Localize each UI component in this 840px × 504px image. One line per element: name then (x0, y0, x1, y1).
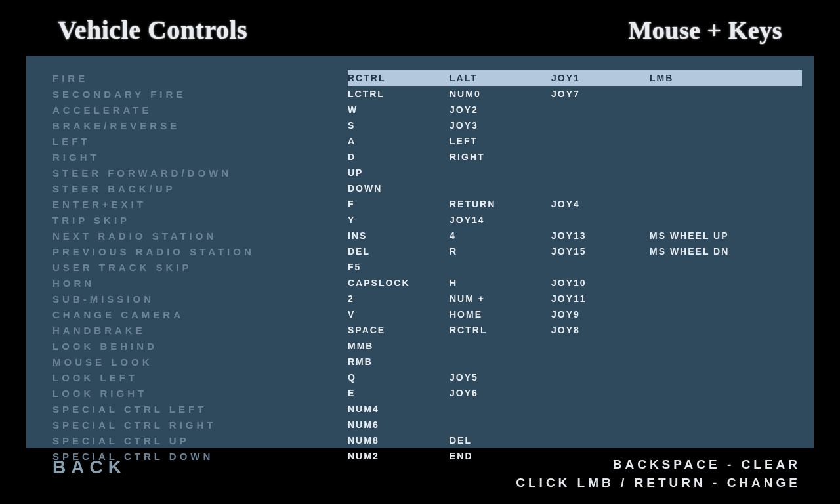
binding-slot[interactable]: RETURN (450, 199, 551, 209)
hint-change: CLICK LMB / RETURN - CHANGE (516, 474, 801, 492)
binding-row[interactable]: RIGHTDRIGHT (52, 149, 802, 165)
binding-slot[interactable]: S (348, 120, 450, 131)
binding-label: SUB-MISSION (52, 293, 348, 304)
binding-label: PREVIOUS RADIO STATION (52, 246, 348, 257)
binding-slot[interactable]: JOY11 (551, 293, 650, 304)
binding-slot[interactable]: NUM8 (348, 435, 450, 446)
binding-slot[interactable]: JOY8 (551, 325, 650, 335)
binding-slot[interactable]: F (348, 199, 450, 209)
binding-slot[interactable]: RCTRL (348, 73, 450, 83)
binding-label: SPECIAL CTRL RIGHT (52, 419, 348, 430)
binding-row[interactable]: HORNCAPSLOCKHJOY10 (52, 275, 802, 291)
binding-slot[interactable]: D (348, 152, 450, 162)
binding-slot[interactable]: R (450, 246, 551, 257)
binding-row[interactable]: STEER FORWARD/DOWNUP (52, 165, 802, 180)
binding-slot[interactable]: Y (348, 215, 450, 225)
binding-slot[interactable]: LMB (650, 73, 802, 83)
binding-row[interactable]: ACCELERATEWJOY2 (52, 102, 802, 117)
binding-slot[interactable]: INS (348, 230, 450, 241)
binding-row[interactable]: HANDBRAKESPACERCTRLJOY8 (52, 322, 802, 338)
binding-slot[interactable]: Q (348, 372, 450, 383)
binding-slot[interactable]: JOY5 (450, 372, 551, 383)
binding-slot[interactable]: DEL (450, 435, 551, 446)
binding-slot[interactable]: JOY14 (450, 215, 551, 225)
binding-label: SPECIAL CTRL LEFT (52, 404, 348, 415)
binding-row[interactable]: ENTER+EXITFRETURNJOY4 (52, 196, 802, 212)
binding-slot[interactable]: DOWN (348, 183, 450, 194)
binding-row[interactable]: CHANGE CAMERAVHOMEJOY9 (52, 306, 802, 322)
binding-slot[interactable]: A (348, 136, 450, 146)
binding-label: HORN (52, 278, 348, 289)
binding-row[interactable]: TRIP SKIPYJOY14 (52, 212, 802, 228)
binding-label: LOOK LEFT (52, 372, 348, 383)
binding-slot[interactable]: RCTRL (450, 325, 551, 335)
binding-slot[interactable]: JOY10 (551, 278, 650, 288)
binding-slot[interactable]: JOY9 (551, 309, 650, 320)
back-button[interactable]: BACK (52, 457, 127, 478)
binding-label: FIRE (52, 73, 88, 84)
binding-slot[interactable]: MS WHEEL DN (650, 246, 802, 257)
binding-row[interactable]: LOOK LEFTQJOY5 (52, 369, 802, 385)
binding-slot[interactable]: CAPSLOCK (348, 278, 450, 288)
binding-row[interactable]: SPECIAL CTRL LEFTNUM4 (52, 401, 802, 417)
binding-slot[interactable]: NUM4 (348, 404, 450, 414)
binding-row[interactable]: LOOK BEHINDMMB (52, 338, 802, 354)
binding-slot[interactable]: NUM + (450, 293, 551, 304)
footer: BACK BACKSPACE - CLEAR CLICK LMB / RETUR… (26, 452, 814, 494)
binding-row[interactable]: USER TRACK SKIPF5 (52, 259, 802, 275)
binding-row[interactable]: PREVIOUS RADIO STATIONDELRJOY15MS WHEEL … (52, 243, 802, 259)
binding-slot[interactable]: JOY1 (551, 73, 650, 83)
binding-row[interactable]: STEER BACK/UPDOWN (52, 180, 802, 196)
binding-slot[interactable]: H (450, 278, 551, 288)
binding-label: ENTER+EXIT (52, 199, 348, 210)
binding-row[interactable]: MOUSE LOOKRMB (52, 354, 802, 369)
binding-label: LEFT (52, 136, 348, 147)
binding-slot[interactable]: SPACE (348, 325, 450, 335)
binding-slot[interactable]: RMB (348, 356, 450, 367)
binding-slot[interactable]: NUM0 (450, 89, 551, 99)
binding-slot[interactable]: RIGHT (450, 152, 551, 162)
binding-label: LOOK RIGHT (52, 388, 348, 399)
binding-label: MOUSE LOOK (52, 356, 348, 368)
binding-label: USER TRACK SKIP (52, 262, 348, 273)
binding-row[interactable]: LOOK RIGHTEJOY6 (52, 385, 802, 401)
footer-hints: BACKSPACE - CLEAR CLICK LMB / RETURN - C… (516, 455, 801, 492)
binding-slot[interactable]: LCTRL (348, 89, 450, 99)
binding-slot[interactable]: F5 (348, 262, 450, 272)
binding-slot[interactable]: E (348, 388, 450, 398)
binding-row[interactable]: NEXT RADIO STATIONINS4JOY13MS WHEEL UP (52, 228, 802, 243)
binding-slot[interactable]: LALT (450, 73, 551, 83)
page-title: Vehicle Controls (58, 14, 247, 45)
binding-slot[interactable]: LEFT (450, 136, 551, 146)
binding-label: RIGHT (52, 152, 348, 163)
binding-row[interactable]: LEFTALEFT (52, 133, 802, 149)
binding-slot[interactable]: JOY7 (551, 89, 650, 99)
binding-label: NEXT RADIO STATION (52, 230, 348, 242)
binding-slot[interactable]: JOY2 (450, 104, 551, 115)
binding-row[interactable]: SUB-MISSION2NUM +JOY11 (52, 291, 802, 306)
binding-slot[interactable]: JOY13 (551, 230, 650, 241)
binding-slot[interactable]: 4 (450, 230, 551, 241)
binding-row[interactable]: SPECIAL CTRL UPNUM8DEL (52, 432, 802, 448)
hint-clear: BACKSPACE - CLEAR (516, 455, 801, 474)
title-bar: Vehicle Controls Mouse + Keys (0, 12, 840, 48)
binding-label: BRAKE/REVERSE (52, 120, 348, 131)
bindings-panel: FIRERCTRLLALTJOY1LMBSECONDARY FIRELCTRLN… (26, 56, 814, 448)
binding-row[interactable]: BRAKE/REVERSESJOY3 (52, 117, 802, 133)
binding-slot[interactable]: 2 (348, 293, 450, 304)
binding-slot[interactable]: MS WHEEL UP (650, 230, 802, 241)
binding-slot[interactable]: UP (348, 167, 450, 178)
binding-slot[interactable]: V (348, 309, 450, 320)
binding-slot[interactable]: MMB (348, 341, 450, 351)
binding-row[interactable]: SPECIAL CTRL RIGHTNUM6 (52, 417, 802, 432)
binding-slot[interactable]: DEL (348, 246, 450, 257)
binding-slot[interactable]: JOY6 (450, 388, 551, 398)
binding-row[interactable]: SECONDARY FIRELCTRLNUM0JOY7 (52, 86, 802, 102)
binding-row[interactable]: FIRERCTRLLALTJOY1LMB (52, 70, 802, 86)
binding-slot[interactable]: JOY15 (551, 246, 650, 257)
binding-slot[interactable]: JOY3 (450, 120, 551, 131)
binding-slot[interactable]: JOY4 (551, 199, 650, 209)
binding-slot[interactable]: HOME (450, 309, 551, 320)
binding-slot[interactable]: W (348, 104, 450, 115)
binding-slot[interactable]: NUM6 (348, 419, 450, 430)
